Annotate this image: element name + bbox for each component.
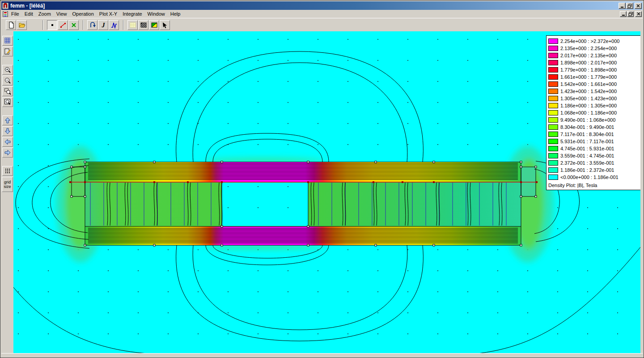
zoom-out-icon — [4, 77, 11, 84]
edit-pad-icon — [4, 48, 11, 55]
legend-row: 2.017e+000 : 2.135e+000 — [548, 52, 640, 59]
green-yellow-icon — [151, 21, 158, 29]
open-folder-icon — [18, 21, 25, 29]
menu: FileEditZoomViewOperationPlot X-YIntegra… — [8, 10, 183, 17]
grid-dots-button[interactable] — [2, 166, 13, 176]
open-file-button[interactable] — [17, 20, 27, 30]
legend-label: 1.779e+000 : 1.898e+000 — [560, 67, 617, 72]
legend-row: 1.068e+000 : 1.186e+000 — [548, 109, 640, 116]
legend-row: 5.931e-001 : 7.117e-001 — [548, 138, 640, 145]
legend-swatch — [548, 74, 558, 80]
mdi-minimize-button[interactable] — [620, 11, 627, 17]
legend-row: 2.254e+000 : >2.372e+000 — [548, 38, 640, 45]
legend-label: 1.661e+000 : 1.779e+000 — [560, 74, 617, 80]
pale-mesh-icon — [129, 21, 136, 29]
grid-size-button[interactable]: grid size — [2, 177, 13, 192]
pointer-button[interactable] — [160, 20, 170, 30]
legend-swatch — [548, 110, 558, 115]
legend-swatch — [548, 46, 558, 51]
plot-xy-button[interactable] — [109, 20, 119, 30]
mdi-minimize-icon — [621, 12, 626, 16]
menu-item[interactable]: Integrate — [120, 10, 144, 17]
legend-label: 2.254e+000 : >2.372e+000 — [560, 38, 619, 44]
close-button[interactable] — [635, 3, 642, 9]
legend-row: 1.305e+000 : 1.423e+000 — [548, 95, 640, 102]
new-document-icon — [8, 21, 15, 29]
legend-label: 1.186e+000 : 1.305e+000 — [560, 103, 617, 108]
legend-row: 4.745e-001 : 5.931e-001 — [548, 145, 640, 152]
zoom-in-icon — [4, 66, 11, 73]
legend-swatch — [548, 167, 558, 173]
zoom-in-button[interactable] — [2, 65, 13, 75]
toolbar-separator — [42, 20, 43, 30]
legend-swatch — [548, 103, 558, 108]
zoom-out-button[interactable] — [2, 76, 13, 85]
mesh-icon — [4, 37, 11, 44]
mdi-restore-button[interactable] — [627, 11, 634, 17]
pan-down-button[interactable] — [2, 126, 13, 136]
mesh-window-button[interactable] — [2, 36, 13, 46]
legend-label: 2.372e-001 : 3.559e-001 — [560, 160, 614, 166]
menu-item[interactable]: Zoom — [36, 10, 54, 17]
legend-label: <0.000e+000 : 1.186e-001 — [560, 175, 619, 180]
pan-right-button[interactable] — [2, 148, 13, 158]
menu-item[interactable]: Edit — [22, 10, 36, 17]
density-plot-options-button[interactable] — [138, 20, 148, 30]
new-document-button[interactable] — [6, 20, 16, 30]
document-icon[interactable] — [3, 11, 8, 17]
contour-line-icon — [59, 21, 67, 29]
legend-swatch — [548, 124, 558, 130]
legend-row: 9.490e-001 : 1.068e+000 — [548, 116, 640, 124]
legend-row: 3.559e-001 : 4.745e-001 — [548, 152, 640, 159]
restore-button[interactable] — [626, 3, 633, 9]
legend-label: 8.304e-001 : 9.490e-001 — [560, 124, 614, 130]
vector-plot-options-button[interactable] — [149, 20, 159, 30]
legend-swatch — [548, 132, 558, 137]
zoom-extents-button[interactable] — [2, 97, 13, 107]
menu-bar: FileEditZoomViewOperationPlot X-YIntegra… — [1, 10, 643, 18]
legend-row: 1.779e+000 : 1.898e+000 — [548, 66, 640, 73]
legend-label: 2.017e+000 : 2.135e+000 — [560, 53, 617, 58]
mdi-window-controls — [620, 11, 642, 17]
legend-swatch — [548, 96, 558, 101]
point-values-mode-button[interactable] — [47, 20, 57, 30]
block-mode-button[interactable] — [68, 20, 79, 30]
legend-swatch — [548, 153, 558, 158]
legend-row: 1.898e+000 : 2.017e+000 — [548, 59, 640, 66]
main-toolbar: J — [1, 18, 643, 31]
menu-item[interactable]: Plot X-Y — [97, 10, 120, 17]
menu-item[interactable]: Operation — [69, 10, 96, 17]
title-bar[interactable]: femm - [léléá] — [1, 1, 643, 10]
side-toolbar: grid size — [1, 31, 13, 353]
mdi-close-button[interactable] — [635, 11, 642, 17]
density-legend: 2.254e+000 : >2.372e+000 2.135e+000 : 2.… — [546, 35, 641, 190]
flip-operation-button[interactable] — [87, 20, 97, 30]
pan-up-button[interactable] — [2, 115, 13, 125]
pan-left-button[interactable] — [2, 137, 13, 147]
menu-item[interactable]: Help — [168, 10, 183, 17]
pan-up-icon — [4, 117, 11, 124]
mesh-toggle-button[interactable] — [127, 20, 138, 30]
legend-swatch — [548, 160, 558, 166]
pointer-arrow-icon — [161, 21, 169, 29]
menu-item[interactable]: Window — [145, 10, 168, 17]
window-title: femm - [léléá] — [10, 3, 45, 9]
legend-title: Density Plot: |B|, Tesla — [548, 183, 640, 188]
close-icon — [636, 4, 640, 8]
zoom-window-button[interactable] — [2, 86, 13, 96]
legend-row: 2.135e+000 : 2.254e+000 — [548, 45, 640, 52]
legend-label: 9.490e-001 : 1.068e+000 — [560, 117, 615, 123]
contour-mode-button[interactable] — [58, 20, 68, 30]
line-integral-button[interactable]: J — [98, 20, 108, 30]
legend-label: 1.068e+000 : 1.186e+000 — [560, 110, 617, 115]
legend-swatch — [548, 146, 558, 151]
menu-item[interactable]: File — [8, 10, 22, 17]
legend-label: 1.305e+000 : 1.423e+000 — [560, 96, 617, 101]
minimize-button[interactable] — [619, 3, 626, 9]
plot-canvas[interactable]: 2.254e+000 : >2.372e+000 2.135e+000 : 2.… — [13, 31, 641, 354]
legend-row: 1.542e+000 : 1.661e+000 — [548, 81, 640, 88]
menu-item[interactable]: View — [54, 10, 70, 17]
edit-pad-button[interactable] — [2, 47, 13, 56]
legend-row: 1.661e+000 : 1.779e+000 — [548, 73, 640, 81]
mdi-close-icon — [636, 12, 641, 16]
